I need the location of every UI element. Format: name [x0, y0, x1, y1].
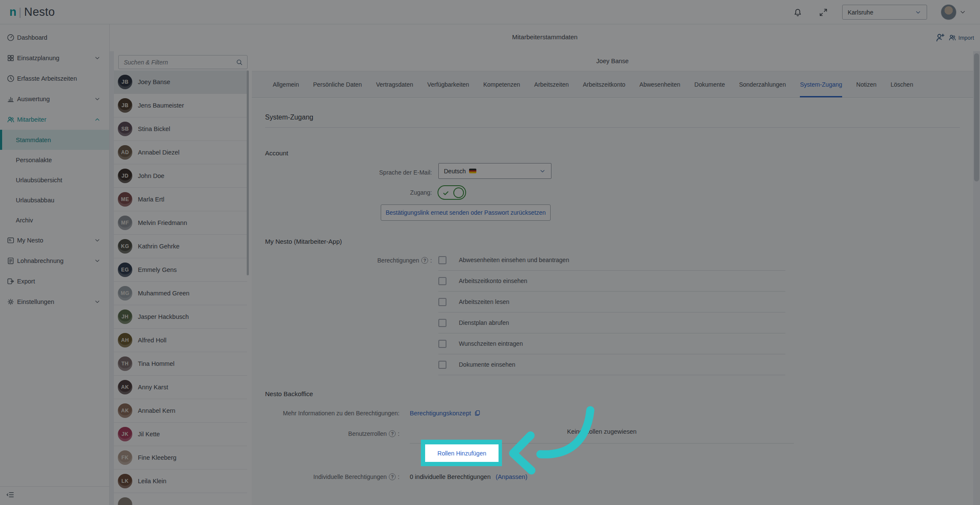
tutorial-dim-overlay	[0, 0, 980, 505]
app-window: n | Nesto Karlsruhe DashboardEinsatzplan…	[0, 0, 980, 505]
add-roles-button[interactable]: Rollen Hinzufügen	[425, 444, 499, 462]
tutorial-highlight-box: Rollen Hinzufügen	[421, 440, 502, 466]
tutorial-arrow-annotation	[491, 397, 610, 478]
